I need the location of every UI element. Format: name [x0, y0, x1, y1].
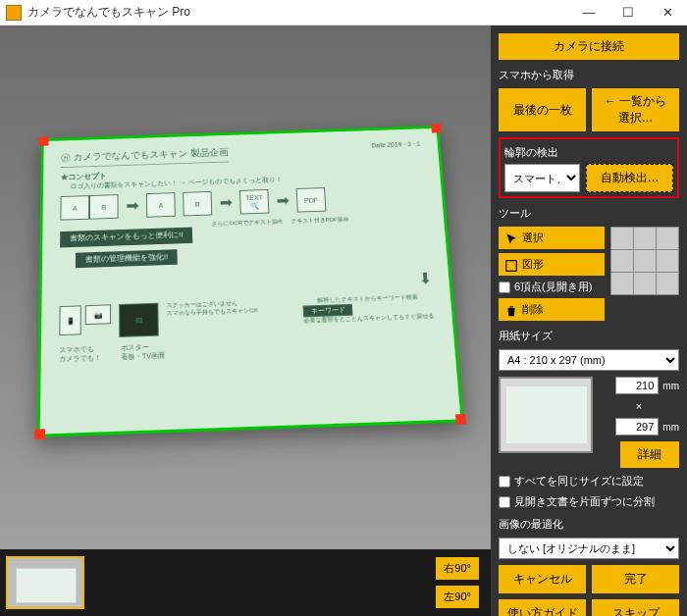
crop-handle-top-left[interactable]: [39, 136, 49, 145]
page-thumbnail[interactable]: [6, 556, 84, 609]
crop-handle-bottom-right[interactable]: [455, 414, 466, 425]
connect-camera-button[interactable]: カメラに接続: [499, 33, 679, 60]
preview-area[interactable]: ㋕ カメラでなんでもスキャン 製品企画 Date 2019 · 3 · 1 ★コ…: [0, 26, 491, 549]
tools-label: ツール: [499, 206, 679, 221]
paper-height-input[interactable]: [615, 418, 659, 436]
paper-size-label: 用紙サイズ: [499, 329, 679, 343]
window-title: カメラでなんでもスキャン Pro: [27, 4, 569, 21]
optimize-label: 画像の最適化: [499, 517, 679, 532]
tool-shape-button[interactable]: 図形: [499, 253, 605, 276]
skip-button[interactable]: スキップ: [592, 599, 679, 616]
cursor-icon: [504, 232, 516, 244]
detail-button[interactable]: 詳細: [620, 441, 679, 468]
rotate-left-button[interactable]: 左90°: [436, 586, 479, 608]
done-button[interactable]: 完了: [592, 565, 679, 593]
arrow-icon: ➡: [126, 196, 138, 216]
contour-detection-group: 輪郭の検出 スマートノート 自動検出…: [499, 137, 679, 198]
tool-select-button[interactable]: 選択: [499, 227, 605, 249]
trash-icon: [504, 304, 516, 316]
titlebar: カメラでなんでもスキャン Pro ― ☐ ✕: [0, 0, 687, 26]
perspective-grid-widget[interactable]: [610, 227, 679, 295]
paper-width-input[interactable]: [615, 377, 659, 394]
smartphone-group-label: スマホから取得: [499, 68, 679, 82]
arrow-icon: ➡: [219, 193, 232, 213]
contour-label: 輪郭の検出: [504, 145, 673, 160]
guide-button[interactable]: 使い方ガイド: [499, 599, 586, 616]
times-label: ×: [599, 400, 679, 412]
doc-banner: 書類のスキャンをもっと便利に!!: [60, 228, 193, 247]
close-button[interactable]: ✕: [648, 0, 687, 26]
paper-preview-thumb[interactable]: [499, 377, 593, 453]
rotate-right-button[interactable]: 右90°: [436, 557, 479, 580]
doc-title: ㋕ カメラでなんでもスキャン 製品企画: [61, 146, 229, 168]
unit-label: mm: [662, 422, 679, 433]
app-icon: [6, 5, 22, 21]
crop-handle-top-right[interactable]: [431, 124, 441, 132]
crop-handle-bottom-left[interactable]: [34, 429, 45, 439]
doc-date: Date 2019 · 3 · 1: [371, 139, 422, 163]
arrow-down-icon: ➡: [414, 272, 436, 284]
maximize-button[interactable]: ☐: [608, 0, 648, 26]
minimize-button[interactable]: ―: [569, 0, 608, 26]
six-vertex-checkbox[interactable]: [499, 282, 510, 293]
select-from-list-button[interactable]: ← 一覧から選択…: [592, 88, 679, 131]
split-spread-label: 見開き文書を片面ずつに分割: [514, 494, 655, 509]
unit-label: mm: [662, 381, 679, 391]
tool-delete-button[interactable]: 削除: [499, 298, 605, 321]
paper-size-select[interactable]: A4 : 210 x 297 (mm): [499, 349, 679, 371]
shape-icon: [504, 259, 516, 271]
same-size-checkbox[interactable]: [499, 476, 510, 488]
side-panel: カメラに接続 スマホから取得 最後の一枚 ← 一覧から選択… 輪郭の検出 スマー…: [491, 26, 687, 616]
svg-rect-0: [506, 260, 517, 271]
same-size-label: すべてを同じサイズに設定: [514, 474, 644, 488]
split-spread-checkbox[interactable]: [499, 496, 510, 508]
thumbnail-strip: 右90° 左90°: [0, 549, 491, 616]
cancel-button[interactable]: キャンセル: [499, 565, 586, 593]
optimize-select[interactable]: しない [オリジナルのまま]: [499, 538, 679, 559]
arrow-icon: ➡: [276, 191, 290, 211]
auto-detect-button[interactable]: 自動検出…: [586, 164, 673, 192]
last-photo-button[interactable]: 最後の一枚: [499, 88, 586, 131]
contour-mode-select[interactable]: スマートノート: [504, 164, 580, 192]
doc-banner: 書類の管理機能を強化!!: [76, 249, 178, 268]
six-vertex-label: 6頂点(見開き用): [514, 280, 592, 294]
scanned-document[interactable]: ㋕ カメラでなんでもスキャン 製品企画 Date 2019 · 3 · 1 ★コ…: [37, 126, 464, 437]
